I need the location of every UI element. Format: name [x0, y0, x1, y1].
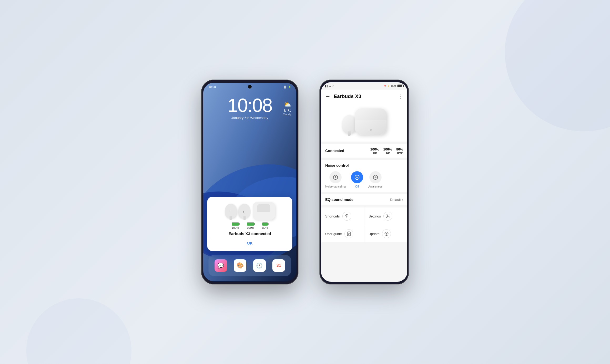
camera-notch: [248, 85, 252, 89]
status-time-left: 10:08: [209, 85, 216, 89]
weather-temp: 6℃: [283, 108, 291, 113]
user-guide-label: User guide: [325, 232, 342, 236]
noise-options: Noise canceling Off: [325, 171, 403, 188]
grid-section: Shortcuts Settings: [321, 207, 407, 242]
battery-pct-case: 80%: [262, 226, 268, 229]
app-dock: 💬 🎨 🕐 31: [209, 255, 291, 276]
batt-left: 100% L: [370, 147, 379, 154]
noise-option-canceling[interactable]: Noise canceling: [325, 171, 346, 188]
noise-control-title: Noise control: [325, 163, 403, 168]
eq-label: EQ sound mode: [325, 197, 390, 202]
earbud-right: R: [239, 204, 251, 218]
status-right-icons: ⏰ ⚡ 10:45: [384, 85, 403, 87]
noise-circle-canceling: [329, 171, 342, 183]
batt-case-pct: 80%: [396, 147, 403, 151]
heart-icon: ♡: [332, 85, 334, 87]
right-status-bar: ▌▌ ▲ ♡ ⏰ ⚡ 10:45: [321, 82, 407, 90]
svg-point-8: [373, 175, 378, 180]
batt-left-icon: L: [373, 152, 377, 154]
weather-widget: ⛅ 6℃ Cloudy: [283, 101, 291, 116]
wifi-icon: ▲: [329, 85, 331, 87]
battery-fill: [398, 85, 402, 87]
batt-left-pct: 100%: [370, 147, 379, 151]
battery-icon-left: ▌▌: [284, 86, 287, 88]
connected-row: Connected 100% L 100% R: [325, 147, 403, 154]
svg-point-9: [387, 216, 389, 217]
connection-popup: L R 100%: [207, 197, 292, 251]
noise-circle-awareness: [369, 171, 382, 183]
batt-right-icon: R: [386, 152, 389, 154]
clock-date: January 5th Wednesday: [203, 116, 296, 120]
earbud-left-label: L: [230, 210, 231, 212]
connected-section: Connected 100% L 100% R: [321, 144, 407, 158]
battery-indicator-right: [397, 85, 403, 87]
update-icon: [382, 229, 391, 238]
alarm-icon: ⏰: [384, 85, 386, 87]
battery-pct-left: 100%: [232, 226, 239, 229]
hero-earbud-left: [342, 115, 356, 133]
shortcuts-label: Shortcuts: [325, 214, 340, 218]
eq-section[interactable]: EQ sound mode Default ›: [321, 194, 407, 205]
clock-display: 10:08 January 5th Wednesday: [203, 96, 296, 120]
earbuds-hero-image: [321, 103, 407, 142]
battery-pct-right: 100%: [247, 226, 254, 229]
phone-left: 10:08 ▌▌ 🔋 10:08 January 5th Wednesday ⛅…: [201, 80, 298, 284]
grid-row-1: Shortcuts Settings: [321, 207, 407, 225]
status-time-right: 10:45: [391, 85, 396, 87]
hero-case-dot: [370, 129, 372, 131]
eq-value-text: Default: [390, 198, 401, 202]
settings-label: Settings: [369, 214, 381, 218]
popup-battery-right: 100%: [247, 222, 254, 229]
phone-left-screen: 10:08 ▌▌ 🔋 10:08 January 5th Wednesday ⛅…: [203, 83, 296, 281]
popup-ok-button[interactable]: OK: [211, 239, 288, 247]
earbud-right-label: R: [243, 211, 245, 214]
weather-desc: Cloudy: [283, 113, 291, 116]
settings-icon: [383, 212, 392, 221]
battery-bar-case: [262, 222, 268, 226]
batt-right: 100% R: [383, 147, 392, 154]
signal-bars: ▌▌: [325, 85, 328, 87]
phone-right: ▌▌ ▲ ♡ ⏰ ⚡ 10:45 ← Earbuds X3 ⋮: [319, 80, 409, 284]
dock-item-clock[interactable]: 🕐: [253, 259, 266, 272]
hero-case-lid: [355, 108, 387, 120]
user-guide-icon: [344, 229, 353, 238]
more-options-button[interactable]: ⋮: [398, 93, 403, 100]
app-header: ← Earbuds X3 ⋮: [321, 90, 407, 103]
battery-bar-right: [247, 222, 254, 226]
batt-case: 80% ▬: [396, 147, 403, 154]
dock-item-calendar[interactable]: 31: [272, 259, 285, 272]
dock-item-messages[interactable]: 💬: [215, 259, 227, 272]
shortcuts-button[interactable]: Shortcuts: [321, 207, 364, 225]
noise-label-off: Off: [355, 185, 359, 188]
user-guide-button[interactable]: User guide: [321, 225, 364, 242]
noise-option-off[interactable]: Off: [351, 171, 363, 188]
batt-right-pct: 100%: [383, 147, 392, 151]
back-button[interactable]: ←: [325, 93, 331, 99]
phone-right-screen: ▌▌ ▲ ♡ ⏰ ⚡ 10:45 ← Earbuds X3 ⋮: [321, 82, 407, 282]
earbud-right-shape: R: [239, 204, 251, 218]
shortcuts-icon: [342, 212, 351, 221]
noise-option-awareness[interactable]: Awareness: [368, 171, 383, 188]
connected-label: Connected: [325, 149, 370, 153]
noise-label-awareness: Awareness: [368, 185, 383, 188]
popup-battery-case: 80%: [262, 222, 268, 229]
popup-title: Earbuds X3 connected: [211, 231, 288, 236]
signal-icon-left: 🔋: [288, 86, 291, 88]
update-button[interactable]: Update: [364, 225, 408, 242]
noise-circle-off: [351, 171, 363, 183]
earbud-case: [253, 202, 275, 220]
popup-battery-row: 100% 100% 80%: [211, 222, 288, 229]
eq-chevron-icon: ›: [402, 197, 403, 202]
noise-label-canceling: Noise canceling: [325, 185, 346, 188]
update-label: Update: [369, 232, 380, 236]
dock-item-apps[interactable]: 🎨: [234, 259, 246, 272]
earbud-left-shape: L: [225, 204, 237, 218]
noise-control-section: Noise control Noise canceling: [321, 160, 407, 192]
battery-bar-left: [232, 222, 239, 226]
settings-button[interactable]: Settings: [364, 207, 408, 225]
eq-value: Default ›: [390, 197, 403, 202]
earbud-left: L: [225, 204, 237, 218]
battery-info: 100% L 100% R 80%: [370, 147, 403, 154]
batt-case-icon: ▬: [397, 152, 402, 154]
clock-time: 10:08: [203, 96, 296, 115]
